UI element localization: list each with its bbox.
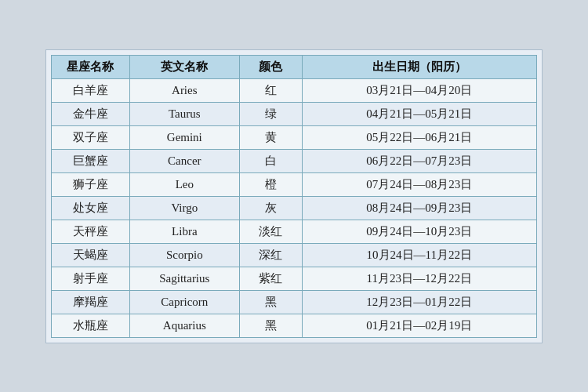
- cell-date: 11月23日—12月22日: [302, 267, 536, 290]
- cell-color: 黑: [239, 314, 302, 337]
- table-row: 水瓶座Aquarius黑01月21日—02月19日: [52, 314, 537, 337]
- cell-color: 黄: [239, 125, 302, 149]
- cell-color: 黑: [239, 290, 302, 314]
- cell-en: Gemini: [129, 125, 239, 149]
- table-row: 金牛座Taurus绿04月21日—05月21日: [52, 102, 537, 125]
- header-cn: 星座名称: [52, 55, 130, 78]
- cell-date: 05月22日—06月21日: [302, 125, 536, 149]
- cell-en: Leo: [129, 172, 239, 196]
- cell-date: 07月24日—08月23日: [302, 172, 536, 196]
- cell-cn: 处女座: [52, 196, 130, 220]
- cell-color: 红: [239, 78, 302, 102]
- cell-en: Scorpio: [129, 243, 239, 267]
- cell-color: 深红: [239, 243, 302, 267]
- table-header-row: 星座名称 英文名称 颜色 出生日期（阳历）: [52, 55, 537, 78]
- cell-cn: 巨蟹座: [52, 149, 130, 172]
- cell-en: Capricorn: [129, 290, 239, 314]
- cell-cn: 金牛座: [52, 102, 130, 125]
- cell-color: 紫红: [239, 267, 302, 290]
- cell-date: 12月23日—01月22日: [302, 290, 536, 314]
- table-row: 摩羯座Capricorn黑12月23日—01月22日: [52, 290, 537, 314]
- cell-cn: 双子座: [52, 125, 130, 149]
- table-row: 处女座Virgo灰08月24日—09月23日: [52, 196, 537, 220]
- table-row: 白羊座Aries红03月21日—04月20日: [52, 78, 537, 102]
- cell-en: Aquarius: [129, 314, 239, 337]
- cell-color: 灰: [239, 196, 302, 220]
- cell-date: 08月24日—09月23日: [302, 196, 536, 220]
- zodiac-table: 星座名称 英文名称 颜色 出生日期（阳历） 白羊座Aries红03月21日—04…: [51, 55, 537, 338]
- cell-date: 04月21日—05月21日: [302, 102, 536, 125]
- cell-color: 淡红: [239, 220, 302, 243]
- zodiac-table-container: 星座名称 英文名称 颜色 出生日期（阳历） 白羊座Aries红03月21日—04…: [45, 49, 543, 343]
- header-date: 出生日期（阳历）: [302, 55, 536, 78]
- cell-cn: 白羊座: [52, 78, 130, 102]
- table-row: 天蝎座Scorpio深红10月24日—11月22日: [52, 243, 537, 267]
- cell-date: 06月22日—07月23日: [302, 149, 536, 172]
- table-row: 天秤座Libra淡红09月24日—10月23日: [52, 220, 537, 243]
- cell-color: 橙: [239, 172, 302, 196]
- header-en: 英文名称: [129, 55, 239, 78]
- cell-cn: 水瓶座: [52, 314, 130, 337]
- cell-date: 01月21日—02月19日: [302, 314, 536, 337]
- table-row: 双子座Gemini黄05月22日—06月21日: [52, 125, 537, 149]
- cell-en: Taurus: [129, 102, 239, 125]
- cell-date: 09月24日—10月23日: [302, 220, 536, 243]
- table-row: 射手座Sagittarius紫红11月23日—12月22日: [52, 267, 537, 290]
- table-row: 巨蟹座Cancer白06月22日—07月23日: [52, 149, 537, 172]
- cell-en: Libra: [129, 220, 239, 243]
- cell-en: Sagittarius: [129, 267, 239, 290]
- cell-en: Virgo: [129, 196, 239, 220]
- table-body: 白羊座Aries红03月21日—04月20日金牛座Taurus绿04月21日—0…: [52, 78, 537, 337]
- table-row: 狮子座Leo橙07月24日—08月23日: [52, 172, 537, 196]
- cell-date: 10月24日—11月22日: [302, 243, 536, 267]
- cell-en: Aries: [129, 78, 239, 102]
- cell-date: 03月21日—04月20日: [302, 78, 536, 102]
- cell-cn: 摩羯座: [52, 290, 130, 314]
- header-color: 颜色: [239, 55, 302, 78]
- cell-cn: 射手座: [52, 267, 130, 290]
- cell-cn: 天秤座: [52, 220, 130, 243]
- cell-cn: 天蝎座: [52, 243, 130, 267]
- cell-cn: 狮子座: [52, 172, 130, 196]
- cell-color: 白: [239, 149, 302, 172]
- cell-en: Cancer: [129, 149, 239, 172]
- cell-color: 绿: [239, 102, 302, 125]
